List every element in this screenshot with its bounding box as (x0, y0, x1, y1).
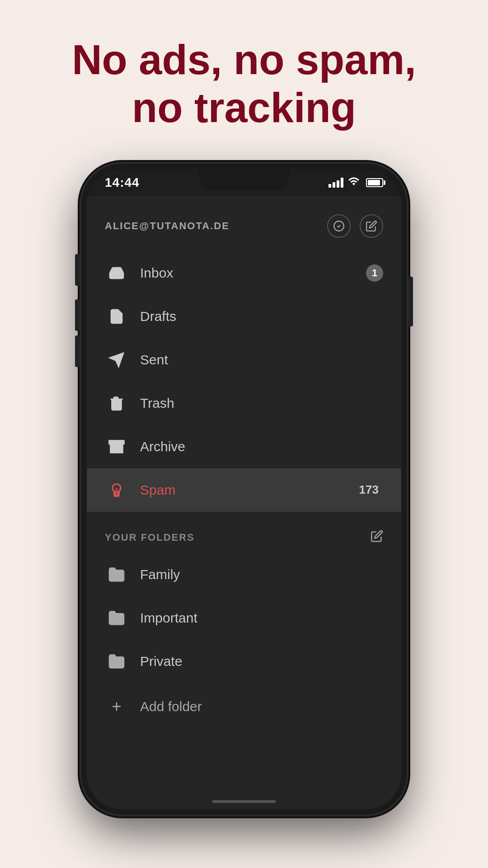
notch (199, 169, 289, 190)
drafts-icon (105, 305, 128, 328)
nav-item-inbox[interactable]: Inbox 1 (87, 251, 401, 295)
spam-badge: 173 (355, 481, 383, 499)
nav-item-trash[interactable]: Trash (87, 382, 401, 425)
nav-label-inbox: Inbox (140, 265, 366, 281)
folders-section-header: YOUR FOLDERS (87, 516, 401, 553)
add-folder-icon: + (105, 695, 128, 718)
trash-icon (105, 392, 128, 415)
battery-icon (366, 178, 383, 187)
svg-rect-11 (109, 440, 124, 444)
inbox-icon (105, 261, 128, 285)
folder-label-private: Private (140, 654, 182, 669)
phone-mockup: 14:44 (81, 164, 407, 815)
account-email: ALICE@TUTANOTA.DE (105, 220, 230, 232)
nav-item-archive[interactable]: Archive (87, 425, 401, 468)
folder-label-family: Family (140, 567, 180, 582)
header-actions (327, 214, 383, 238)
compose-button[interactable] (360, 214, 383, 238)
nav-label-archive: Archive (140, 439, 383, 454)
svg-marker-8 (110, 353, 123, 367)
headline: No ads, no spam, no tracking (45, 36, 443, 132)
nav-label-trash: Trash (140, 396, 383, 411)
headline-line1: No ads, no spam, (72, 37, 416, 83)
wifi-icon (348, 176, 360, 189)
folder-item-family[interactable]: Family (87, 553, 401, 596)
phone-shell: 14:44 (81, 164, 407, 815)
inbox-badge: 1 (366, 264, 383, 282)
add-folder-label: Add folder (140, 699, 202, 714)
nav-item-spam[interactable]: Spam 173 (87, 468, 401, 512)
folder-item-private[interactable]: Private (87, 640, 401, 683)
spam-icon (105, 478, 128, 502)
folder-private-icon (105, 650, 128, 673)
headline-line2: no tracking (132, 85, 356, 131)
status-time: 14:44 (105, 175, 140, 190)
status-icons (328, 176, 383, 189)
phone-screen: 14:44 (87, 169, 401, 809)
folder-family-icon (105, 563, 128, 586)
drawer-header: ALICE@TUTANOTA.DE (87, 205, 401, 251)
home-indicator (212, 800, 276, 803)
folder-label-important: Important (140, 610, 197, 626)
nav-label-drafts: Drafts (140, 309, 383, 324)
drawer: ALICE@TUTANOTA.DE (87, 196, 401, 809)
folder-important-icon (105, 606, 128, 630)
nav-item-drafts[interactable]: Drafts (87, 295, 401, 338)
nav-label-sent: Sent (140, 352, 383, 368)
archive-icon (105, 435, 128, 458)
signal-icon (328, 178, 343, 188)
filter-button[interactable] (327, 214, 351, 238)
folders-edit-button[interactable] (371, 530, 383, 546)
add-folder-button[interactable]: + Add folder (87, 685, 401, 728)
sent-icon (105, 348, 128, 372)
nav-item-sent[interactable]: Sent (87, 338, 401, 382)
folders-section-label: YOUR FOLDERS (105, 532, 195, 543)
nav-label-spam: Spam (140, 482, 355, 498)
folder-item-important[interactable]: Important (87, 596, 401, 640)
